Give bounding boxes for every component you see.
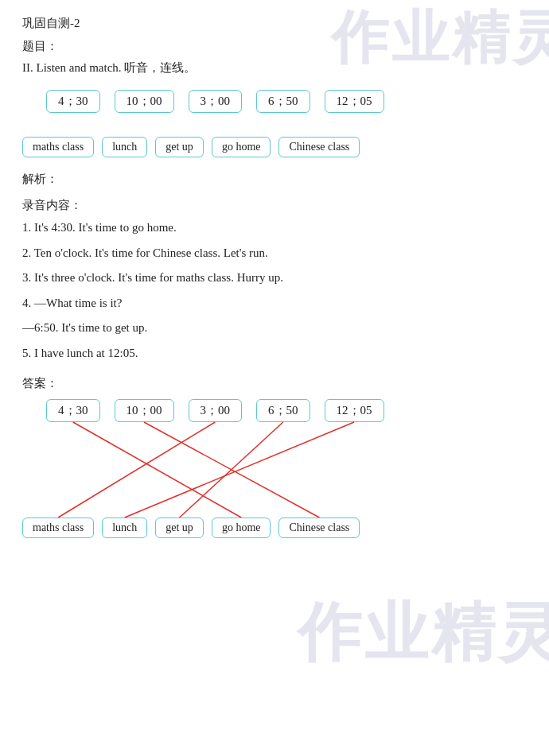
time-box-1: 4；30 [46, 90, 100, 113]
answer-label: 答案： [22, 376, 527, 391]
recording-line-2: 2. Ten o'clock. It's time for Chinese cl… [22, 243, 527, 264]
svg-line-1 [144, 422, 319, 518]
recording-line-3: 3. It's three o'clock. It's time for mat… [22, 268, 527, 289]
time-box-4: 6；50 [256, 90, 310, 113]
answer-label-2: get up [155, 518, 204, 538]
answer-labels-row: maths class lunch get up go home Chinese… [22, 518, 360, 538]
page-title: 巩固自测-2 [22, 16, 527, 31]
label-box-1: maths class [22, 137, 94, 157]
answer-time-3: 6；50 [256, 399, 310, 422]
time-box-5: 12；05 [325, 90, 384, 113]
time-box-3: 3；00 [189, 90, 243, 113]
time-box-2: 10；00 [115, 90, 174, 113]
svg-line-0 [73, 422, 241, 518]
svg-line-2 [58, 422, 215, 518]
answer-diagram: 4；30 10；00 3；00 6；50 12；05 maths class l… [22, 399, 539, 538]
analysis-label: 解析： [22, 172, 527, 187]
recording-line-6: 5. I have lunch at 12:05. [22, 343, 527, 364]
svg-line-3 [180, 422, 283, 518]
answer-times-row: 4；30 10；00 3；00 6；50 12；05 [22, 399, 384, 422]
answer-label-1: lunch [102, 518, 147, 538]
answer-label-3: go home [212, 518, 271, 538]
answer-section: 答案： 4；30 10；00 3；00 6；50 12；05 maths cla… [22, 376, 527, 538]
recording-line-1: 1. It's 4:30. It's time to go home. [22, 218, 527, 238]
watermark-bottom: 作业精灵 [298, 591, 549, 677]
answer-time-2: 3；00 [189, 399, 243, 422]
recording-line-4: 4. —What time is it? [22, 293, 527, 314]
answer-label-4: Chinese class [278, 518, 360, 538]
topic-label: 题目： [22, 39, 527, 54]
answer-label-0: maths class [22, 518, 94, 538]
answer-time-1: 10；00 [115, 399, 174, 422]
label-box-3: get up [155, 137, 204, 157]
label-box-4: go home [212, 137, 271, 157]
answer-time-4: 12；05 [325, 399, 384, 422]
recording-line-5: —6:50. It's time to get up. [22, 318, 527, 339]
label-box-2: lunch [102, 137, 147, 157]
svg-line-4 [125, 422, 354, 518]
recording-label: 录音内容： [22, 198, 527, 213]
times-row-question: 4；30 10；00 3；00 6；50 12；05 [22, 90, 527, 113]
label-box-5: Chinese class [278, 137, 360, 157]
instruction-text: II. Listen and match. 听音，连线。 [22, 60, 527, 76]
answer-time-0: 4；30 [46, 399, 100, 422]
labels-row-question: maths class lunch get up go home Chinese… [22, 137, 527, 157]
recording-content: 1. It's 4:30. It's time to go home. 2. T… [22, 218, 527, 363]
